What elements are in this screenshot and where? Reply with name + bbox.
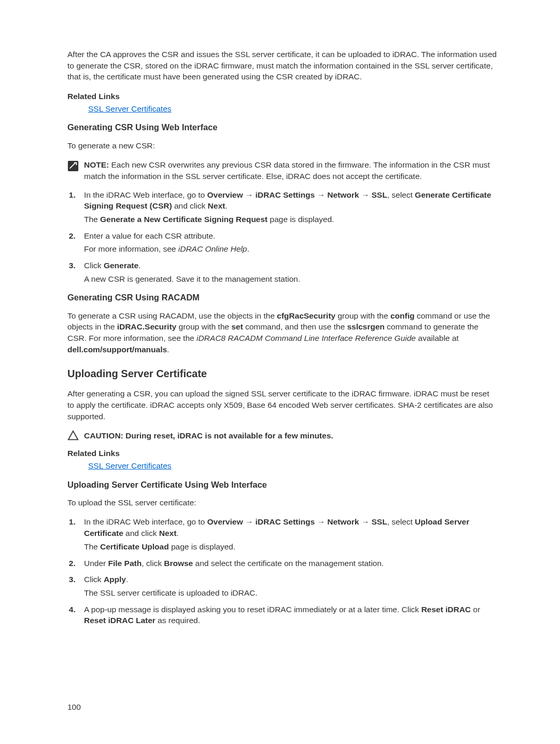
step-text: and click <box>172 201 208 210</box>
step-text: The <box>84 215 100 224</box>
list-item: Click Apply. The SSL server certificate … <box>78 574 498 598</box>
text: group with the <box>176 322 231 331</box>
period: . <box>167 345 169 354</box>
note-text: Each new CSR overwrites any previous CSR… <box>84 160 490 181</box>
arrow: → <box>315 517 327 526</box>
reset-later-label: Reset iDRAC Later <box>84 616 156 625</box>
list-item: Click Generate. A new CSR is generated. … <box>78 260 498 284</box>
page-number: 100 <box>67 701 81 713</box>
related-links-heading-2: Related Links <box>67 448 498 459</box>
step-text: For more information, see <box>84 244 178 253</box>
csr-web-intro: To generate a new CSR: <box>67 140 498 151</box>
guide-name: iDRAC8 RACADM Command Line Interface Ref… <box>197 334 416 342</box>
step-text: page is displayed. <box>268 215 334 224</box>
next-label: Next <box>159 529 177 538</box>
list-item: In the iDRAC Web interface, go to Overvi… <box>78 516 498 552</box>
nav-idrac-settings: iDRAC Settings <box>256 517 315 526</box>
file-path-label: File Path <box>108 559 142 568</box>
step-text: Enter a value for each CSR attribute. <box>84 231 215 240</box>
period: . <box>247 244 249 253</box>
next-label: Next <box>208 201 226 210</box>
step-text: as required. <box>156 616 200 625</box>
step-text: , click <box>142 559 164 568</box>
step-text: A pop-up message is displayed asking you… <box>84 605 421 614</box>
nav-overview: Overview <box>207 517 243 526</box>
caution-text: CAUTION: During reset, iDRAC is not avai… <box>84 430 333 442</box>
page-name: Generate a New Certificate Signing Reque… <box>100 215 268 224</box>
period: . <box>176 529 178 538</box>
step-text: or <box>471 605 480 614</box>
step-text: and select the certificate on the manage… <box>193 559 384 568</box>
section-heading-upload-web: Uploading Server Certificate Using Web I… <box>67 479 498 491</box>
ssl-certificates-link[interactable]: SSL Server Certificates <box>88 103 498 115</box>
nav-network: Network <box>327 190 359 199</box>
cfg-group: cfgRacSecurity <box>277 311 335 320</box>
page-name: Certificate Upload <box>100 542 169 551</box>
period: . <box>138 261 141 270</box>
step-sub: The SSL server certificate is uploaded t… <box>84 587 498 599</box>
step-text: , select <box>387 190 415 199</box>
apply-label: Apply <box>104 575 126 584</box>
text: group with the <box>335 311 390 320</box>
nav-idrac-settings: iDRAC Settings <box>256 190 315 199</box>
ssl-certificates-link-2[interactable]: SSL Server Certificates <box>88 460 498 472</box>
text: command, and then use the <box>243 322 347 331</box>
support-url: dell.com/support/manuals <box>67 345 167 354</box>
step-text: , select <box>387 517 415 526</box>
step-text: In the iDRAC Web interface, go to <box>84 190 207 199</box>
idrac-security: iDRAC.Security <box>117 322 177 331</box>
browse-label: Browse <box>164 559 193 568</box>
help-ref: iDRAC Online Help <box>178 244 247 253</box>
period: . <box>126 575 128 584</box>
list-item: A pop-up message is displayed asking you… <box>78 604 498 626</box>
csr-web-steps: In the iDRAC Web interface, go to Overvi… <box>67 189 498 285</box>
period: . <box>225 201 227 210</box>
upload-web-intro: To upload the SSL server certificate: <box>67 497 498 508</box>
intro-paragraph: After the CA approves the CSR and issues… <box>67 49 498 82</box>
section-heading-csr-racadm: Generating CSR Using RACADM <box>67 292 498 304</box>
racadm-paragraph: To generate a CSR using RACADM, use the … <box>67 310 498 355</box>
step-text: In the iDRAC Web interface, go to <box>84 517 207 526</box>
note-block: NOTE: Each new CSR overwrites any previo… <box>67 159 498 182</box>
sslcsrgen-cmd: sslcsrgen <box>347 322 384 331</box>
note-label: NOTE: <box>84 160 111 169</box>
config-cmd: config <box>390 311 415 320</box>
arrow: → <box>359 190 371 199</box>
nav-ssl: SSL <box>372 190 387 199</box>
generate-label: Generate <box>104 261 138 270</box>
step-text: The <box>84 542 100 551</box>
upload-web-steps: In the iDRAC Web interface, go to Overvi… <box>67 516 498 626</box>
arrow: → <box>243 517 255 526</box>
caution-icon <box>67 430 79 442</box>
step-sub: A new CSR is generated. Save it to the m… <box>84 273 498 285</box>
arrow: → <box>243 190 255 199</box>
step-text: Click <box>84 575 104 584</box>
list-item: In the iDRAC Web interface, go to Overvi… <box>78 189 498 225</box>
nav-network: Network <box>327 517 359 526</box>
text: available at <box>416 334 459 342</box>
nav-overview: Overview <box>207 190 243 199</box>
note-icon <box>67 160 79 172</box>
step-text: Under <box>84 559 108 568</box>
arrow: → <box>315 190 327 199</box>
section-heading-upload: Uploading Server Certificate <box>67 366 498 381</box>
step-text: and click <box>123 529 159 538</box>
related-links-heading: Related Links <box>67 91 498 102</box>
set-cmd: set <box>231 322 243 331</box>
section-heading-csr-web: Generating CSR Using Web Interface <box>67 121 498 133</box>
nav-ssl: SSL <box>372 517 387 526</box>
reset-idrac-label: Reset iDRAC <box>421 605 471 614</box>
list-item: Enter a value for each CSR attribute. Fo… <box>78 230 498 255</box>
list-item: Under File Path, click Browse and select… <box>78 558 498 569</box>
caution-block: CAUTION: During reset, iDRAC is not avai… <box>67 430 498 442</box>
arrow: → <box>359 517 371 526</box>
text: To generate a CSR using RACADM, use the … <box>67 311 277 320</box>
step-text: page is displayed. <box>169 542 235 551</box>
step-text: Click <box>84 261 104 270</box>
upload-intro: After generating a CSR, you can upload t… <box>67 388 498 422</box>
